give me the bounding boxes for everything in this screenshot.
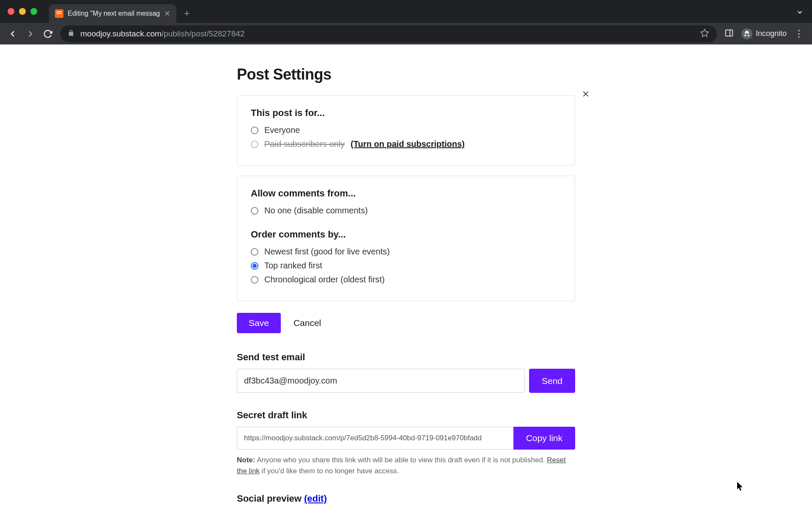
- turn-on-paid-link[interactable]: (Turn on paid subscriptions): [351, 139, 465, 149]
- order-newest-option[interactable]: Newest first (good for live events): [251, 247, 561, 257]
- allow-comments-heading: Allow comments from...: [251, 188, 561, 199]
- radio-label: No one (disable comments): [264, 206, 368, 215]
- radio-icon: [251, 207, 258, 215]
- form-actions: Save Cancel: [237, 313, 575, 333]
- close-window-button[interactable]: [8, 8, 14, 15]
- order-chrono-option[interactable]: Chronological order (oldest first): [251, 275, 561, 284]
- minimize-window-button[interactable]: [19, 8, 26, 15]
- send-test-email-button[interactable]: Send: [529, 369, 575, 393]
- window-controls: [8, 8, 37, 15]
- svg-marker-0: [701, 29, 708, 36]
- new-tab-button[interactable]: +: [184, 8, 189, 19]
- incognito-label: Incognito: [756, 29, 787, 38]
- order-comments-heading: Order comments by...: [251, 229, 561, 240]
- panel-icon[interactable]: [724, 28, 734, 39]
- comments-card: Allow comments from... No one (disable c…: [237, 176, 575, 301]
- browser-chrome: Editing "My next email messag ✕ + moodjo…: [0, 0, 812, 44]
- comments-none-option[interactable]: No one (disable comments): [251, 206, 561, 215]
- radio-label: Newest first (good for live events): [264, 247, 390, 257]
- tab-close-icon[interactable]: ✕: [164, 9, 170, 18]
- incognito-indicator[interactable]: Incognito: [741, 28, 787, 39]
- radio-label: Everyone: [264, 125, 300, 135]
- radio-icon: [251, 127, 258, 134]
- maximize-window-button[interactable]: [30, 8, 37, 15]
- radio-label: Chronological order (oldest first): [264, 275, 385, 284]
- cancel-button[interactable]: Cancel: [289, 313, 325, 333]
- address-bar[interactable]: moodjoy.substack.com/publish/post/528278…: [60, 25, 717, 42]
- radio-icon: [251, 248, 258, 256]
- chevron-down-icon[interactable]: [796, 8, 804, 18]
- tab-favicon-icon: [55, 9, 63, 18]
- radio-icon: [251, 276, 258, 284]
- close-settings-button[interactable]: [578, 86, 593, 102]
- browser-toolbar: moodjoy.substack.com/publish/post/528278…: [0, 23, 812, 44]
- social-preview-edit-link[interactable]: (edit): [304, 493, 327, 504]
- back-button[interactable]: [8, 29, 18, 39]
- test-email-input[interactable]: [237, 369, 525, 393]
- cursor-icon: [737, 482, 744, 492]
- audience-heading: This post is for...: [251, 108, 561, 119]
- test-email-row: Send: [237, 369, 575, 393]
- incognito-icon: [741, 28, 752, 39]
- svg-rect-1: [726, 30, 733, 36]
- test-email-label: Send test email: [237, 352, 575, 363]
- page-title: Post Settings: [237, 66, 575, 83]
- lock-icon: [68, 30, 74, 38]
- order-top-option[interactable]: Top ranked first: [251, 261, 561, 271]
- social-preview-label: Social preview (edit): [237, 493, 575, 504]
- browser-menu-button[interactable]: ⋮: [794, 28, 804, 39]
- draft-link-input[interactable]: [237, 427, 513, 450]
- radio-label: Paid subscribers only: [264, 139, 345, 149]
- draft-link-row: Copy link: [237, 427, 575, 450]
- tab-title: Editing "My next email messag: [68, 10, 160, 17]
- audience-everyone-option[interactable]: Everyone: [251, 125, 561, 135]
- radio-label: Top ranked first: [264, 261, 322, 271]
- browser-tab[interactable]: Editing "My next email messag ✕: [49, 4, 176, 23]
- titlebar: Editing "My next email messag ✕ +: [0, 0, 812, 23]
- reload-button[interactable]: [43, 29, 52, 39]
- forward-button[interactable]: [25, 29, 36, 39]
- page-content: Post Settings This post is for... Everyo…: [0, 44, 812, 504]
- audience-paid-option: Paid subscribers only(Turn on paid subsc…: [251, 139, 561, 149]
- draft-link-note: Note: Anyone who you share this link wit…: [237, 455, 575, 476]
- radio-icon: [251, 262, 258, 270]
- audience-card: This post is for... Everyone Paid subscr…: [237, 95, 575, 166]
- radio-icon: [251, 141, 258, 148]
- bookmark-star-icon[interactable]: [700, 28, 709, 39]
- copy-link-button[interactable]: Copy link: [513, 427, 575, 450]
- url-text: moodjoy.substack.com/publish/post/528278…: [80, 29, 694, 39]
- draft-link-label: Secret draft link: [237, 410, 575, 421]
- save-button[interactable]: Save: [237, 313, 281, 333]
